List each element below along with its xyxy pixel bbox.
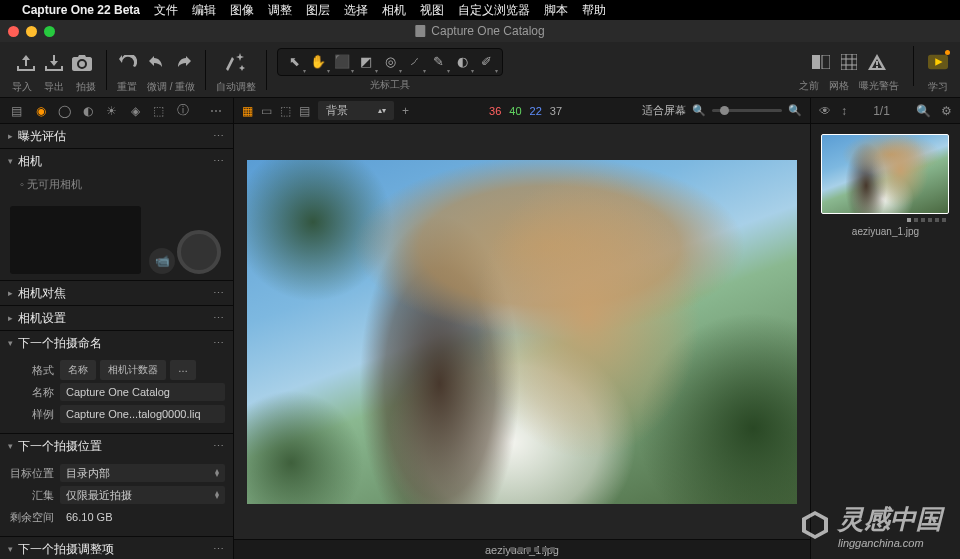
undo-button[interactable] [146,53,166,73]
target-select[interactable]: 目录内部▴▾ [60,464,225,482]
camera-preview: 📹 [0,200,233,280]
reset-button[interactable] [118,53,138,73]
view-grid-icon[interactable]: ▦ [242,104,253,118]
menu-image[interactable]: 图像 [230,2,254,19]
chevron-right-icon: ▸ [8,131,18,141]
tab-lens-icon[interactable]: ◯ [57,104,71,118]
rating-dots[interactable] [821,218,950,222]
filter-icon[interactable]: ⚙ [941,104,952,118]
chevron-right-icon: ▸ [8,313,18,323]
tab-style-icon[interactable]: ⬚ [152,104,166,118]
tab-exposure-icon[interactable]: ☀ [105,104,119,118]
search-icon: 🔍 [788,104,802,117]
layer-select[interactable]: 背景▴▾ [318,101,394,120]
menu-edit[interactable]: 编辑 [192,2,216,19]
view-single-icon[interactable]: ▭ [261,104,272,118]
section-camera-focus[interactable]: ▸ 相机对焦 ⋯ [0,281,233,305]
zoom-control: 适合屏幕 🔍 🔍 [642,103,802,118]
section-menu-icon[interactable]: ⋯ [213,287,225,300]
before-button[interactable] [811,52,831,72]
collection-select[interactable]: 仅限最近拍摄▴▾ [60,486,225,504]
macos-menubar: Capture One 22 Beta 文件 编辑 图像 调整 图层 选择 相机… [0,0,960,20]
section-camera[interactable]: ▾ 相机 ⋯ [0,149,233,173]
cursor-straighten-tool[interactable]: ⟋▾ [404,52,424,72]
sort-icon[interactable]: ↕ [841,104,847,118]
shutter-button[interactable] [177,230,221,274]
menu-help[interactable]: 帮助 [582,2,606,19]
section-menu-icon[interactable]: ⋯ [213,130,225,143]
cursor-picker-tool[interactable]: ◐▾ [452,52,472,72]
cursor-brush-tool[interactable]: ✎▾ [428,52,448,72]
learn-button[interactable] [928,52,948,72]
auto-label: 自动调整 [216,80,256,94]
token-counter[interactable]: 相机计数器 [100,360,166,380]
close-button[interactable] [8,26,19,37]
search-icon[interactable]: 🔍 [916,104,931,118]
maximize-button[interactable] [44,26,55,37]
cursor-annotate-tool[interactable]: ✐▾ [476,52,496,72]
tools-panel: ▤ ◉ ◯ ◐ ☀ ◈ ⬚ ⓘ ⋯ ▸ 曝光评估 ⋯ ▾ 相机 ⋯ [0,98,234,559]
photo-preview [247,160,797,504]
warning-label: 曝光警告 [859,79,899,93]
sample-label: 样例 [8,407,54,422]
token-name[interactable]: 名称 [60,360,96,380]
app-menu[interactable]: Capture One 22 Beta [22,3,140,17]
cursor-select-tool[interactable]: ⬉▾ [284,52,304,72]
rgb-r: 36 [489,105,501,117]
sample-value: Capture One...talog0000.liq [60,405,225,423]
cursor-spot-tool[interactable]: ◎▾ [380,52,400,72]
zoom-slider[interactable] [712,109,782,112]
section-menu-icon[interactable]: ⋯ [213,155,225,168]
image-canvas[interactable] [234,124,810,539]
name-input[interactable]: Capture One Catalog [60,383,225,401]
movie-button[interactable]: 📹 [149,248,175,274]
menu-adjust[interactable]: 调整 [268,2,292,19]
tab-refine-icon[interactable]: ◈ [128,104,142,118]
cursor-pan-tool[interactable]: ✋▾ [308,52,328,72]
menu-layer[interactable]: 图层 [306,2,330,19]
section-next-adjust[interactable]: ▾ 下一个拍摄调整项 ⋯ [0,537,233,559]
rgb-g: 40 [509,105,521,117]
exposure-warning-button[interactable] [867,52,887,72]
auto-adjust-button[interactable] [226,52,246,72]
menu-view[interactable]: 视图 [420,2,444,19]
tab-library-icon[interactable]: ▤ [10,104,24,118]
minimize-button[interactable] [26,26,37,37]
tab-capture-icon[interactable]: ◉ [34,104,48,118]
import-button[interactable] [16,53,36,73]
grid-label: 网格 [829,79,849,93]
cursor-keystone-tool[interactable]: ◩▾ [356,52,376,72]
menu-select[interactable]: 选择 [344,2,368,19]
section-menu-icon[interactable]: ⋯ [213,543,225,556]
redo-button[interactable] [174,53,194,73]
remaining-label: 剩余空间 [8,510,54,525]
traffic-lights [8,26,55,37]
menu-file[interactable]: 文件 [154,2,178,19]
section-next-naming[interactable]: ▾ 下一个拍摄命名 ⋯ [0,331,233,355]
eye-icon[interactable]: 👁 [819,104,831,118]
tab-menu-icon[interactable]: ⋯ [209,104,223,118]
section-menu-icon[interactable]: ⋯ [213,312,225,325]
section-exposure-eval[interactable]: ▸ 曝光评估 ⋯ [0,124,233,148]
thumbnail[interactable] [821,134,949,214]
view-proof-icon[interactable]: ▤ [299,104,310,118]
cursor-crop-tool[interactable]: ⬛▾ [332,52,352,72]
menu-script[interactable]: 脚本 [544,2,568,19]
tab-color-icon[interactable]: ◐ [81,104,95,118]
collection-label: 汇集 [8,488,54,503]
menu-camera[interactable]: 相机 [382,2,406,19]
zoom-label[interactable]: 适合屏幕 [642,103,686,118]
menu-custom-browser[interactable]: 自定义浏览器 [458,2,530,19]
tab-metadata-icon[interactable]: ⓘ [176,104,190,118]
cursor-tools-group: ⬉▾ ✋▾ ⬛▾ ◩▾ ◎▾ ⟋▾ ✎▾ ◐▾ ✐▾ [277,48,503,76]
section-camera-settings[interactable]: ▸ 相机设置 ⋯ [0,306,233,330]
token-more[interactable]: … [170,360,196,380]
export-button[interactable] [44,53,64,73]
view-multi-icon[interactable]: ⬚ [280,104,291,118]
add-layer-icon[interactable]: + [402,104,409,118]
grid-button[interactable] [839,52,859,72]
capture-button[interactable] [72,53,92,73]
section-menu-icon[interactable]: ⋯ [213,337,225,350]
section-menu-icon[interactable]: ⋯ [213,440,225,453]
section-next-location[interactable]: ▾ 下一个拍摄位置 ⋯ [0,434,233,458]
